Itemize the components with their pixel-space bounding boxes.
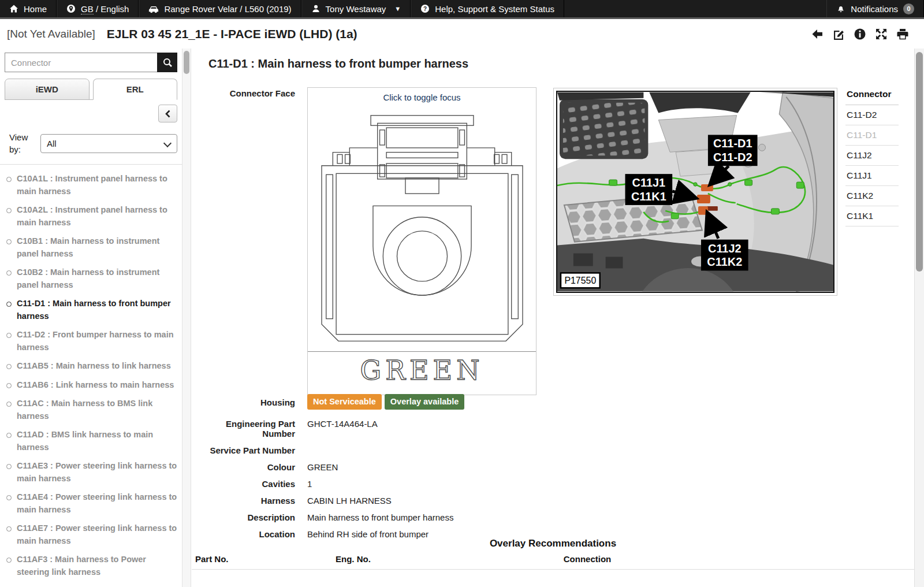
notifications-count-badge: 0 xyxy=(903,3,914,14)
sidebar-scrollbar-thumb[interactable] xyxy=(184,51,189,74)
callout-k2: C11K2 xyxy=(707,255,742,268)
detail-value: Main harness to front bumper harness xyxy=(307,512,453,522)
fullscreen-button[interactable] xyxy=(875,28,888,40)
availability-status: [Not Yet Available] xyxy=(7,28,95,40)
related-connector-link[interactable]: C11J1 xyxy=(845,166,899,186)
figure-number: P17550 xyxy=(564,276,596,285)
sidebar-connector-item[interactable]: C10A2L : Instrument panel harness to mai… xyxy=(0,201,178,232)
detail-label: Colour xyxy=(192,462,295,472)
bell-icon xyxy=(836,4,845,13)
nav-user-menu[interactable]: Tony Westaway ▼ xyxy=(301,0,411,17)
sidebar-connector-item[interactable]: C11AD : BMS link harness to main harness xyxy=(0,426,178,457)
nav-vehicle-label: Range Rover Velar / L560 (2019) xyxy=(164,4,291,14)
detail-label: Harness xyxy=(192,496,295,506)
callout-d2: C11-D2 xyxy=(713,151,752,164)
overlay-recommendations-heading: Overlay Recommendations xyxy=(192,538,914,549)
detail-label: Service Part Number xyxy=(192,445,295,455)
sidebar-connector-item[interactable]: C10A1L : Instrument panel harness to mai… xyxy=(0,170,178,201)
svg-text:?: ? xyxy=(423,6,427,12)
nav-user-label: Tony Westaway xyxy=(326,4,386,14)
nav-home-label: Home xyxy=(24,4,47,14)
sidebar-connector-item[interactable]: C11AB6 : Link harness to main harness xyxy=(0,376,178,395)
toggle-focus-link[interactable]: Click to toggle focus xyxy=(308,92,536,102)
column-part-no: Part No. xyxy=(195,554,229,564)
sidebar-connector-item[interactable]: C11AF3 : Main harness to Power steering … xyxy=(0,551,178,582)
nav-language[interactable]: GB / English xyxy=(57,0,139,17)
face-image-divider xyxy=(308,351,536,352)
top-nav-bar: Home GB / English Range Rover Velar / L5… xyxy=(0,0,924,19)
sidebar-connector-item[interactable]: C11AC : Main harness to BMS link harness xyxy=(0,395,178,426)
car-icon xyxy=(148,4,159,13)
language-code: GB xyxy=(81,4,94,14)
callout-j1: C11J1 xyxy=(632,176,666,189)
connector-face-drawing xyxy=(314,112,531,347)
related-connector-link[interactable]: C11-D1 xyxy=(845,125,899,146)
connector-sidebar: iEWDERL View by: All C10A1L : Instrument… xyxy=(0,49,182,587)
sidebar-tab[interactable]: ERL xyxy=(93,79,178,100)
related-connector-link[interactable]: C11J2 xyxy=(845,146,899,166)
detail-label: Cavities xyxy=(192,479,295,489)
detail-value: CABIN LH HARNESS xyxy=(307,496,392,506)
nav-help-label: Help, Support & System Status xyxy=(435,4,554,14)
sidebar-collapse-button[interactable] xyxy=(158,105,177,122)
column-connection: Connection xyxy=(538,554,636,564)
sidebar-scrollbar xyxy=(182,49,191,587)
sidebar-connector-item[interactable]: C11AE7 : Power steering link harness to … xyxy=(0,519,178,551)
detail-value: GHCT-14A464-LA xyxy=(307,419,378,429)
search-input[interactable] xyxy=(5,53,157,72)
related-connector-link[interactable]: C11K2 xyxy=(845,186,899,206)
info-button[interactable] xyxy=(854,28,866,40)
page-title: EJLR 03 45 21_1E - I-PACE iEWD (LHD) (1a… xyxy=(107,27,357,41)
person-icon xyxy=(311,4,321,13)
detail-label: Engineering Part Number xyxy=(192,419,295,439)
sidebar-connector-item[interactable]: C11AE4 : Power steering link harness to … xyxy=(0,488,178,519)
search-button[interactable] xyxy=(157,53,177,72)
column-eng-no: Eng. No. xyxy=(336,554,371,564)
connector-detail-panel: C11-D1 : Main harness to front bumper ha… xyxy=(192,49,914,587)
nav-notifications[interactable]: Notifications 0 xyxy=(826,0,924,17)
status-badge: Overlay available xyxy=(385,394,465,410)
connector-details: Housing Not ServiceableOverlay available… xyxy=(192,397,642,546)
connector-face-panel: Click to toggle focus xyxy=(307,87,536,395)
connector-heading: C11-D1 : Main harness to front bumper ha… xyxy=(208,57,468,70)
edit-button[interactable] xyxy=(832,28,845,40)
related-connector-link[interactable]: C11K1 xyxy=(845,206,899,226)
help-icon: ? xyxy=(420,4,430,13)
nav-home[interactable]: Home xyxy=(0,0,57,17)
location-photo-panel: C11-D1 C11-D2 C11J1 C11K1 C11J2 C11K2 P1… xyxy=(553,88,837,296)
connector-colour-text: GREEN xyxy=(308,355,536,386)
housing-label: Housing xyxy=(192,397,295,407)
nav-notifications-label: Notifications xyxy=(851,4,898,14)
location-globe-icon xyxy=(66,4,76,13)
sidebar-connector-item[interactable]: C11-D2 : Front bumper harness to main ha… xyxy=(0,326,178,357)
search-icon xyxy=(162,57,173,68)
connector-item-list: C10A1L : Instrument panel harness to mai… xyxy=(0,170,182,587)
callout-d1: C11-D1 xyxy=(713,137,752,150)
sidebar-connector-item[interactable]: C11AE3 : Power steering link harness to … xyxy=(0,457,178,488)
connector-list-header: Connector xyxy=(845,87,899,105)
back-button[interactable] xyxy=(811,28,824,40)
status-badge: Not Serviceable xyxy=(307,394,382,410)
nav-help[interactable]: ? Help, Support & System Status xyxy=(411,0,564,17)
chevron-down-icon: ▼ xyxy=(394,5,401,12)
sidebar-connector-item[interactable]: C11AF4 : Main harness to Power steering … xyxy=(0,582,178,587)
sidebar-connector-item[interactable]: C11AB5 : Main harness to link harness xyxy=(0,357,178,376)
sidebar-tab[interactable]: iEWD xyxy=(5,79,90,100)
view-by-select[interactable]: All xyxy=(40,134,177,153)
bumper-location-image: C11-D1 C11-D2 C11J1 C11K1 C11J2 C11K2 P1… xyxy=(556,91,834,293)
sidebar-connector-item[interactable]: C10B1 : Main harness to instrument panel… xyxy=(0,232,178,263)
nav-vehicle[interactable]: Range Rover Velar / L560 (2019) xyxy=(139,0,301,17)
connector-search xyxy=(5,53,177,72)
sidebar-connector-item[interactable]: C10B2 : Main harness to instrument panel… xyxy=(0,263,178,295)
print-button[interactable] xyxy=(896,28,909,40)
connector-face-label: Connector Face xyxy=(192,88,295,98)
chevron-left-icon xyxy=(163,109,173,119)
related-connector-link[interactable]: C11-D2 xyxy=(845,105,899,125)
sidebar-connector-item[interactable]: C11-D1 : Main harness to front bumper ha… xyxy=(0,295,178,326)
sidebar-tabs: iEWDERL xyxy=(5,79,177,100)
main-scrollbar xyxy=(914,49,924,587)
view-by-label: View by: xyxy=(9,131,33,155)
detail-label: Description xyxy=(192,512,295,522)
document-title-bar: [Not Yet Available] EJLR 03 45 21_1E - I… xyxy=(0,19,924,49)
main-scrollbar-thumb[interactable] xyxy=(916,52,923,272)
